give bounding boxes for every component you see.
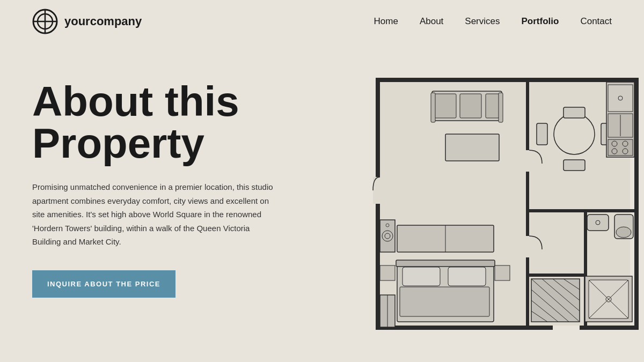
svg-rect-13	[526, 82, 529, 211]
nav-services[interactable]: Services	[465, 16, 500, 27]
svg-rect-26	[431, 93, 435, 122]
svg-rect-30	[564, 107, 585, 118]
svg-rect-21	[553, 326, 580, 330]
main-content: About this Property Promising unmatched …	[0, 43, 644, 362]
svg-rect-11	[590, 78, 639, 82]
svg-rect-57	[396, 260, 495, 267]
svg-rect-59	[495, 265, 510, 280]
svg-rect-55	[448, 267, 486, 286]
svg-rect-9	[594, 74, 639, 78]
svg-rect-6	[634, 78, 639, 330]
nav-contact[interactable]: Contact	[580, 16, 612, 27]
svg-rect-40	[608, 85, 633, 112]
svg-point-47	[616, 227, 631, 238]
svg-rect-23	[435, 94, 456, 118]
svg-rect-17	[526, 209, 529, 330]
logo-text: yourcompany	[64, 14, 142, 28]
svg-rect-27	[499, 93, 503, 122]
svg-rect-54	[402, 267, 440, 286]
svg-rect-16	[526, 274, 584, 277]
header: yourcompany Home About Services Portfoli…	[0, 0, 644, 43]
left-panel: About this Property Promising unmatched …	[32, 64, 295, 298]
svg-rect-24	[460, 94, 481, 118]
floor-plan	[327, 70, 639, 338]
svg-rect-14	[526, 209, 634, 212]
nav-portfolio[interactable]: Portfolio	[522, 16, 559, 27]
right-panel	[327, 64, 639, 340]
main-nav: Home About Services Portfolio Contact	[374, 16, 612, 27]
svg-rect-19	[526, 150, 529, 172]
inquire-button[interactable]: INQUIRE ABOUT THE PRICE	[32, 270, 175, 298]
svg-rect-32	[537, 123, 547, 145]
nav-home[interactable]: Home	[374, 16, 398, 27]
nav-about[interactable]: About	[420, 16, 443, 27]
svg-rect-25	[486, 94, 499, 118]
svg-rect-31	[564, 160, 585, 171]
svg-rect-20	[526, 236, 529, 257]
svg-rect-28	[445, 134, 499, 161]
property-description: Promising unmatched convenience in a pre…	[32, 180, 279, 249]
logo-icon	[32, 9, 58, 34]
svg-rect-35	[608, 139, 633, 156]
svg-rect-56	[400, 287, 489, 316]
page-title: About this Property	[32, 80, 295, 164]
svg-rect-44	[587, 215, 609, 231]
svg-rect-8	[376, 326, 639, 330]
logo-area: yourcompany	[32, 9, 142, 34]
svg-rect-58	[380, 265, 395, 280]
